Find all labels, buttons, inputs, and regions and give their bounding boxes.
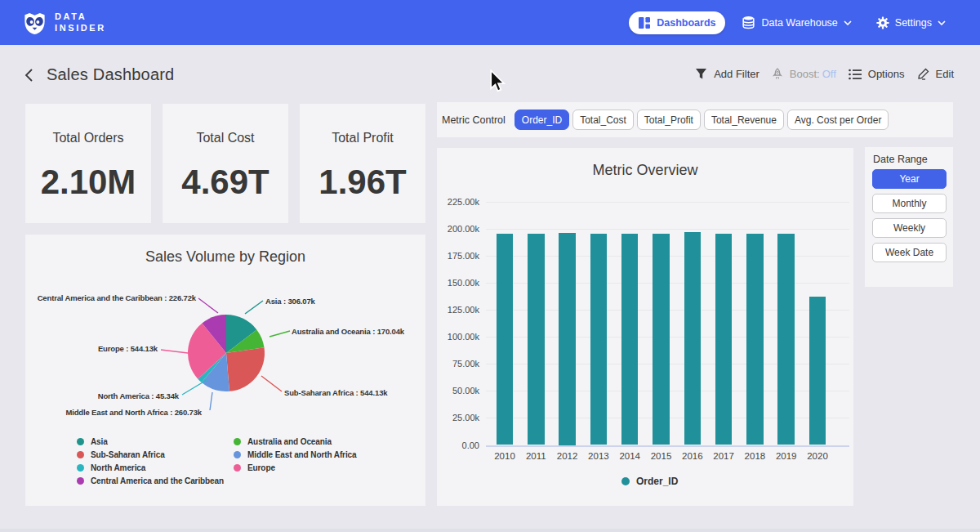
metric-control-label: Metric Control (442, 114, 506, 126)
metric-button-total-revenue[interactable]: Total_Revenue (704, 110, 784, 130)
nav-dashboards-button[interactable]: Dashboards (629, 11, 725, 34)
y-axis-tick: 0.00 (437, 440, 479, 450)
page-title: Sales Dashboard (47, 65, 174, 84)
edit-button[interactable]: Edit (917, 68, 954, 80)
metric-button-total-profit[interactable]: Total_Profit (637, 110, 701, 130)
y-axis-tick: 75.00k (437, 359, 479, 369)
legend-dot (621, 477, 630, 485)
x-axis-tick: 2011 (519, 451, 552, 461)
x-axis-tick: 2020 (801, 451, 834, 461)
legend-item-australia-and-oceania[interactable]: Australia and Oceania (234, 437, 332, 446)
brand: DATA INSIDER (22, 10, 106, 35)
kpi-card-total-cost: Total Cost 4.69T (163, 104, 288, 223)
metric-button-avg-cost-per-order[interactable]: Avg. Cost per Order (787, 110, 889, 130)
pie-label: Australia and Oceania : 170.04k (292, 327, 405, 336)
bar-2020[interactable] (809, 297, 826, 445)
date-button-week-date[interactable]: Week Date (872, 243, 947, 262)
back-button[interactable] (21, 67, 38, 83)
legend-dot (77, 464, 84, 472)
date-button-weekly[interactable]: Weekly (872, 218, 947, 238)
y-axis-tick: 150.00k (437, 278, 479, 288)
y-axis-tick: 50.00k (437, 386, 479, 396)
gridline (486, 202, 849, 203)
legend-dot (234, 464, 241, 472)
kpi-card-total-orders: Total Orders 2.10M (25, 104, 151, 223)
bar-2013[interactable] (590, 234, 608, 445)
bar-2012[interactable] (559, 233, 576, 445)
x-axis-tick: 2018 (738, 451, 771, 461)
legend-dot (234, 451, 241, 458)
legend-item-central-america-and-the-caribbean[interactable]: Central America and the Caribbean (77, 476, 224, 485)
pie-slice-sub-saharan-africa[interactable] (226, 347, 265, 391)
kpi-value: 1.96T (300, 163, 425, 202)
legend-item-north-america[interactable]: North America (77, 463, 145, 472)
kpi-value: 2.10M (25, 163, 151, 202)
kpi-label: Total Cost (163, 131, 288, 145)
pie-callout-line (210, 392, 212, 410)
bar-2019[interactable] (777, 234, 795, 445)
bar-2017[interactable] (715, 234, 733, 445)
pie-label: Middle East and North Africa : 260.73k (65, 408, 202, 417)
pie-callout-line (245, 301, 263, 314)
date-button-monthly[interactable]: Monthly (872, 194, 947, 213)
metric-button-order-id[interactable]: Order_ID (514, 110, 569, 130)
boost-text: Boost:Off (790, 68, 836, 80)
bar-2018[interactable] (746, 234, 764, 445)
y-axis-tick: 200.00k (437, 224, 479, 234)
bar-2014[interactable] (621, 234, 639, 445)
rocket-icon (772, 68, 783, 80)
legend-item-asia[interactable]: Asia (77, 437, 108, 446)
legend-item-middle-east-and-north-africa[interactable]: Middle East and North Africa (234, 450, 357, 459)
nav-settings[interactable]: Settings (876, 16, 946, 29)
pie-callout-line (161, 350, 188, 353)
x-axis-tick: 2017 (707, 451, 740, 461)
chevron-down-icon (938, 20, 946, 25)
database-icon (742, 16, 755, 29)
pie-label: North America : 45.34k (98, 391, 180, 400)
legend-dot (77, 477, 84, 485)
metric-control-bar: Metric Control Order_IDTotal_CostTotal_P… (437, 102, 953, 137)
gear-icon (876, 16, 889, 29)
add-filter-button[interactable]: Add Filter (695, 68, 760, 80)
brand-text: DATA INSIDER (55, 11, 106, 34)
bar-chart[interactable]: 0.0025.00k50.00k75.00k100.00k125.00k150.… (437, 148, 853, 506)
pie-callout-line (270, 331, 290, 337)
boost-value: Off (822, 68, 836, 80)
y-axis-tick: 25.00k (437, 413, 479, 422)
pie-label: Europe : 544.13k (98, 344, 158, 353)
legend-item-sub-saharan-africa[interactable]: Sub-Saharan Africa (77, 450, 165, 459)
y-axis-tick: 125.00k (437, 305, 479, 315)
pie-callout-line (198, 298, 218, 313)
bar-2011[interactable] (528, 234, 545, 445)
chevron-down-icon (844, 20, 852, 25)
dashboards-icon (638, 16, 651, 29)
date-button-year[interactable]: Year (872, 169, 947, 189)
x-axis-tick: 2019 (770, 451, 803, 461)
boost-toggle[interactable]: Boost:Off (772, 68, 836, 80)
pencil-icon (917, 68, 929, 80)
date-range-panel: Date Range YearMonthlyWeeklyWeek Date (865, 147, 953, 287)
list-icon (849, 69, 862, 80)
legend-item-europe[interactable]: Europe (234, 463, 275, 472)
bar-2016[interactable] (684, 232, 702, 445)
top-navbar: DATA INSIDER Dashboards Data Warehouse (0, 0, 980, 45)
kpi-label: Total Orders (25, 131, 151, 145)
kpi-label: Total Profit (300, 131, 425, 145)
bar-2010[interactable] (497, 234, 514, 445)
legend-dot (234, 438, 241, 445)
legend-dot (77, 438, 84, 445)
legend-dot (77, 451, 84, 458)
nav-data-warehouse[interactable]: Data Warehouse (742, 16, 851, 29)
x-axis-line (486, 445, 849, 447)
bar-2015[interactable] (653, 234, 670, 445)
y-axis-tick: 100.00k (437, 332, 479, 342)
pie-chart[interactable]: Asia : 306.07kAustralia and Oceania : 17… (25, 235, 425, 439)
bar-chart-legend: Order_ID (621, 476, 678, 487)
header-actions: Add Filter Boost:Off Options Edit (695, 68, 954, 80)
pie-callout-line (261, 376, 282, 391)
options-button[interactable]: Options (849, 68, 905, 80)
kpi-card-total-profit: Total Profit 1.96T (300, 104, 425, 223)
bar-chart-card: Metric Overview 0.0025.00k50.00k75.00k10… (437, 148, 853, 506)
metric-button-total-cost[interactable]: Total_Cost (572, 110, 634, 130)
date-range-label: Date Range (873, 154, 953, 165)
